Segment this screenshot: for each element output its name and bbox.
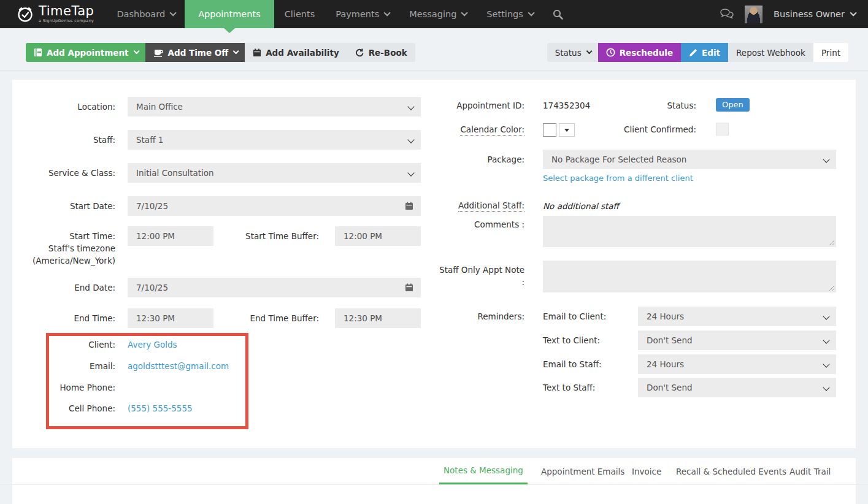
calendar-icon[interactable] bbox=[405, 283, 413, 292]
status-dropdown-button[interactable]: Status bbox=[547, 43, 598, 62]
nav-item-payments[interactable]: Payments bbox=[325, 0, 399, 28]
coffee-cup-icon bbox=[153, 48, 164, 57]
text-to-client-select[interactable]: Don't Send bbox=[638, 330, 836, 350]
chevron-down-icon bbox=[850, 9, 856, 16]
text-to-client-label: Text to Client: bbox=[543, 330, 620, 350]
brand-name: TimeTap bbox=[39, 5, 94, 18]
alarm-clock-logo-icon bbox=[16, 5, 34, 23]
edit-button[interactable]: Edit bbox=[681, 43, 728, 62]
email-label: Email: bbox=[37, 360, 115, 372]
add-time-off-button[interactable]: Add Time Off bbox=[145, 43, 245, 62]
chevron-down-icon bbox=[823, 361, 829, 367]
nav-item-messaging[interactable]: Messaging bbox=[399, 0, 476, 28]
end-time-buffer-label: End Time Buffer: bbox=[221, 308, 319, 328]
tab-audit-trail[interactable]: Audit Trail bbox=[787, 458, 833, 484]
nav-item-clients[interactable]: Clients bbox=[274, 0, 326, 28]
package-select[interactable]: No Package For Selected Reason bbox=[543, 150, 836, 169]
left-button-group: Add Appointment Add Time Off Add Availab… bbox=[26, 43, 415, 62]
nav-item-dashboard[interactable]: Dashboard bbox=[106, 0, 185, 28]
cell-phone-link[interactable]: (555) 555-5555 bbox=[128, 402, 193, 414]
nav-item-appointments[interactable]: Appointments bbox=[185, 0, 274, 28]
resize-handle-icon[interactable] bbox=[829, 240, 835, 246]
start-time-buffer-input[interactable]: 12:00 PM bbox=[335, 226, 421, 246]
client-email-link[interactable]: agoldstttest@gmail.com bbox=[128, 360, 229, 372]
comments-textarea[interactable] bbox=[543, 216, 836, 247]
add-appointment-button[interactable]: Add Appointment bbox=[26, 43, 145, 62]
reschedule-button[interactable]: Reschedule bbox=[598, 43, 681, 62]
staff-label: Staff: bbox=[25, 130, 115, 150]
status-label: Status: bbox=[601, 97, 696, 114]
calendar-color-label: Calendar Color: bbox=[429, 122, 524, 137]
repost-webhook-button[interactable]: Repost Webhook bbox=[728, 43, 813, 62]
package-label: Package: bbox=[429, 150, 524, 169]
staff-select[interactable]: Staff 1 bbox=[128, 130, 421, 150]
additional-staff-value: No additional staff bbox=[543, 200, 619, 212]
client-confirmed-checkbox[interactable] bbox=[716, 123, 729, 136]
text-to-staff-select[interactable]: Don't Send bbox=[638, 378, 836, 397]
chevron-down-icon bbox=[407, 136, 414, 143]
rebook-button[interactable]: Re-Book bbox=[347, 43, 415, 62]
top-navbar: TimeTap a SignUpGenius company Dashboard… bbox=[0, 0, 868, 28]
chevron-down-icon bbox=[528, 9, 534, 16]
email-to-client-label: Email to Client: bbox=[543, 307, 620, 326]
end-time-buffer-input[interactable]: 12:30 PM bbox=[335, 308, 421, 328]
timetap-logo[interactable]: TimeTap a SignUpGenius company bbox=[0, 0, 106, 28]
chevron-down-icon bbox=[823, 313, 829, 319]
print-button[interactable]: Print bbox=[813, 43, 848, 62]
calendar-color-swatch[interactable] bbox=[543, 123, 556, 137]
end-time-input[interactable]: 12:30 PM bbox=[128, 308, 213, 328]
nav-menu: Dashboard Appointments Clients Payments … bbox=[106, 0, 572, 28]
calendar-icon[interactable] bbox=[405, 202, 413, 210]
cell-phone-label: Cell Phone: bbox=[37, 402, 115, 414]
book-icon bbox=[34, 48, 42, 57]
start-date-label: Start Date: bbox=[25, 196, 115, 216]
add-availability-button[interactable]: Add Availability bbox=[245, 43, 347, 62]
search-icon[interactable] bbox=[543, 0, 573, 28]
user-menu[interactable]: Business Owner bbox=[774, 9, 855, 19]
nav-item-settings[interactable]: Settings bbox=[476, 0, 542, 28]
client-label: Client: bbox=[37, 338, 115, 351]
email-to-staff-select[interactable]: 24 Hours bbox=[638, 354, 836, 374]
timezone-note: (America/New_York) bbox=[17, 254, 115, 267]
comments-label: Comments : bbox=[429, 218, 524, 231]
chevron-down-icon bbox=[823, 337, 829, 343]
email-to-client-select[interactable]: 24 Hours bbox=[638, 307, 836, 326]
location-select[interactable]: Main Office bbox=[128, 97, 421, 116]
chevron-down-icon bbox=[407, 169, 414, 176]
client-name-link[interactable]: Avery Golds bbox=[128, 338, 177, 351]
text-to-staff-label: Text to Staff: bbox=[543, 378, 620, 397]
start-date-input[interactable]: 7/10/25 bbox=[128, 196, 421, 216]
staff-note-textarea[interactable] bbox=[543, 261, 836, 292]
chevron-down-icon bbox=[170, 9, 177, 16]
clock-icon bbox=[606, 48, 615, 57]
refresh-icon bbox=[355, 48, 364, 57]
end-date-label: End Date: bbox=[25, 278, 115, 297]
tab-invoice[interactable]: Invoice bbox=[629, 458, 664, 484]
navbar-right: Business Owner bbox=[720, 0, 868, 28]
chevron-down-icon bbox=[823, 384, 829, 391]
select-package-link[interactable]: Select package from a different client bbox=[543, 174, 693, 183]
staff-note-label: Staff Only Appt Note : bbox=[429, 264, 524, 288]
client-confirmed-label: Client Confirmed: bbox=[601, 122, 696, 137]
service-select[interactable]: Initial Consultation bbox=[128, 163, 421, 183]
avatar[interactable] bbox=[745, 6, 762, 23]
chevron-down-icon bbox=[133, 48, 139, 54]
calendar-color-dropdown[interactable] bbox=[559, 123, 575, 137]
home-phone-label: Home Phone: bbox=[37, 381, 115, 394]
tab-recall-scheduled-events[interactable]: Recall & Scheduled Events bbox=[674, 458, 789, 484]
timezone-note: Staff's timezone bbox=[17, 242, 115, 254]
brand-tagline: a SignUpGenius company bbox=[39, 19, 94, 23]
start-time-input[interactable]: 12:00 PM bbox=[128, 226, 213, 246]
end-date-input[interactable]: 7/10/25 bbox=[128, 278, 421, 297]
chevron-down-icon bbox=[384, 9, 391, 16]
resize-handle-icon[interactable] bbox=[829, 285, 835, 291]
chat-icon[interactable] bbox=[720, 9, 734, 20]
action-toolbar: Add Appointment Add Time Off Add Availab… bbox=[0, 28, 868, 71]
chevron-down-icon bbox=[407, 103, 414, 110]
additional-staff-label: Additional Staff: bbox=[429, 199, 524, 212]
status-badge[interactable]: Open bbox=[716, 98, 750, 112]
end-time-label: End Time: bbox=[25, 308, 115, 328]
tab-appointment-emails[interactable]: Appointment Emails bbox=[539, 458, 627, 484]
start-time-label: Start Time: Staff's timezone (America/Ne… bbox=[17, 226, 115, 267]
tab-notes-messaging[interactable]: Notes & Messaging bbox=[439, 458, 528, 484]
